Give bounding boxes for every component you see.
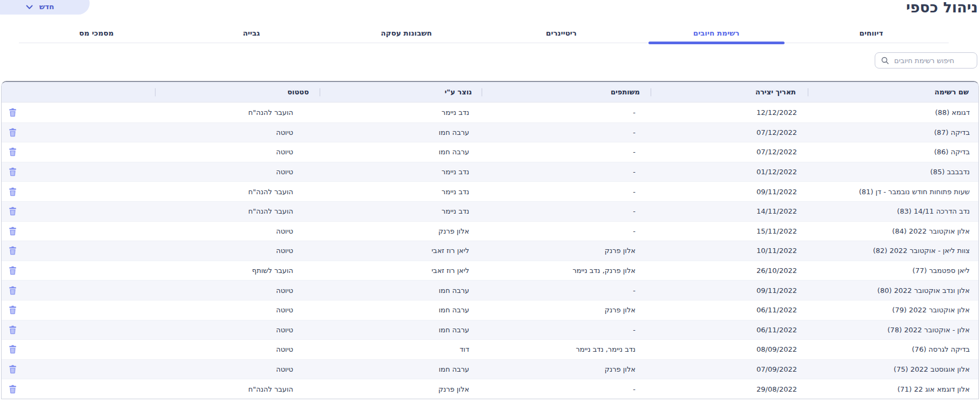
shared-cell: -: [482, 128, 651, 136]
list-name-cell[interactable]: אלון אוקטובר 2022 (84): [808, 227, 978, 235]
created-date-cell: 08/09/2022: [651, 345, 808, 353]
delete-button[interactable]: [6, 364, 19, 375]
delete-button[interactable]: [6, 265, 19, 276]
tab-bar: דיווחיםרשימת חיוביםריטיינריםחשבונות עסקה…: [19, 22, 949, 43]
tab-reports[interactable]: דיווחים: [794, 22, 949, 43]
table-row[interactable]: בדיקה (86) 07/12/2022 - ערבה חמו טיוטה: [2, 142, 978, 162]
list-name-cell[interactable]: שעות פתוחות חודש נובמבר - דן (81): [808, 188, 978, 196]
table-row[interactable]: צוות ליאן - אוקטובר 2022 (82) 10/11/2022…: [2, 241, 978, 261]
created-by-cell: ליאן רוז זאבי: [320, 247, 482, 255]
search-box[interactable]: [875, 52, 977, 69]
column-header-created-by: נוצר ע"י: [320, 82, 482, 102]
new-button[interactable]: חדש: [0, 0, 90, 15]
column-header-status: סטטוס: [155, 82, 320, 102]
created-date-cell: 14/11/2022: [651, 207, 808, 215]
shared-cell: -: [482, 168, 651, 176]
list-name-cell[interactable]: אלון ונדב אוקטובר 2022 (80): [808, 286, 978, 295]
created-by-cell: נדב ניימר: [320, 188, 482, 196]
created-by-cell: ערבה חמו: [320, 286, 482, 295]
delete-button[interactable]: [6, 146, 19, 158]
list-name-cell[interactable]: נדב הדרכה 14/11 (83): [808, 207, 978, 215]
status-badge: טיוטה: [155, 128, 320, 136]
tab-retainers[interactable]: ריטיינרים: [484, 22, 639, 43]
created-date-cell: 15/11/2022: [651, 227, 808, 235]
shared-cell: -: [482, 207, 651, 215]
table-row[interactable]: אלון אוקטובר 2022 (79) 06/11/2022 אלון פ…: [2, 300, 978, 320]
tab-tax-documents[interactable]: מסמכי מס: [19, 22, 174, 43]
table-row[interactable]: נדב הדרכה 14/11 (83) 14/11/2022 - נדב ני…: [2, 201, 978, 221]
tab-transaction-accounts[interactable]: חשבונות עסקה: [329, 22, 484, 43]
chevron-down-icon: [26, 5, 33, 10]
new-button-label: חדש: [39, 2, 54, 11]
delete-button[interactable]: [6, 344, 19, 355]
shared-cell: -: [482, 326, 651, 334]
status-badge: טיוטה: [155, 365, 320, 373]
shared-cell: נדב ניימר, נדב ניימר: [482, 345, 651, 353]
trash-icon: [9, 385, 17, 394]
table-row[interactable]: בדיקה לגרסה (76) 08/09/2022 נדב ניימר, נ…: [2, 339, 978, 359]
list-name-cell[interactable]: בדיקה (86): [808, 148, 978, 156]
list-name-cell[interactable]: בדיקה (87): [808, 128, 978, 136]
created-by-cell: ערבה חמו: [320, 128, 482, 136]
table-row[interactable]: אלון אוגוסטב 2022 (75) 07/09/2022 אלון פ…: [2, 359, 978, 379]
tab-collection[interactable]: גבייה: [174, 22, 329, 43]
table-row[interactable]: נדבבבב (85) 01/12/2022 - נדב ניימר טיוטה: [2, 162, 978, 182]
table-row[interactable]: אלון ונדב אוקטובר 2022 (80) 09/11/2022 -…: [2, 280, 978, 300]
delete-button[interactable]: [6, 127, 19, 138]
table-header-row: שם רשימה תאריך יצירה משותפים נוצר ע"י סט…: [2, 82, 978, 102]
billing-lists-table: שם רשימה תאריך יצירה משותפים נוצר ע"י סט…: [1, 81, 979, 399]
trash-icon: [9, 365, 17, 374]
delete-button[interactable]: [6, 186, 19, 197]
delete-button[interactable]: [6, 166, 19, 177]
table-row[interactable]: בדיקה (87) 07/12/2022 - ערבה חמו טיוטה: [2, 122, 978, 142]
created-date-cell: 29/08/2022: [651, 385, 808, 393]
financial-management-page: חדש ניהול כספי דיווחיםרשימת חיוביםריטיינ…: [0, 0, 980, 410]
list-name-cell[interactable]: נדבבבב (85): [808, 168, 978, 176]
created-by-cell: נדב ניימר: [320, 168, 482, 176]
table-row[interactable]: אלון - אוקטובר 2022 (78) 06/11/2022 - ער…: [2, 320, 978, 340]
delete-button[interactable]: [6, 226, 19, 237]
status-badge: טיוטה: [155, 148, 320, 156]
trash-icon: [9, 147, 17, 156]
delete-button[interactable]: [6, 384, 19, 395]
list-name-cell[interactable]: אלון אוגוסטב 2022 (75): [808, 365, 978, 373]
created-date-cell: 01/12/2022: [651, 168, 808, 176]
list-name-cell[interactable]: צוות ליאן - אוקטובר 2022 (82): [808, 247, 978, 255]
table-row[interactable]: אלון אוקטובר 2022 (84) 15/11/2022 - אלון…: [2, 221, 978, 241]
trash-icon: [9, 286, 17, 295]
list-name-cell[interactable]: ליאן ספטמבר (77): [808, 266, 978, 275]
table-row[interactable]: ליאן ספטמבר (77) 26/10/2022 אלון פרנק, נ…: [2, 261, 978, 281]
delete-button[interactable]: [6, 285, 19, 296]
delete-button[interactable]: [6, 324, 19, 336]
column-header-actions: [2, 82, 23, 102]
shared-cell: אלון פרנק: [482, 365, 651, 373]
delete-button[interactable]: [6, 107, 19, 118]
list-name-cell[interactable]: בדיקה לגרסה (76): [808, 345, 978, 353]
table-row[interactable]: דגומא (88) 12/12/2022 - נדב ניימר הועבר …: [2, 102, 978, 122]
shared-cell: -: [482, 227, 651, 235]
status-badge: טיוטה: [155, 168, 320, 176]
delete-button[interactable]: [6, 206, 19, 217]
delete-button[interactable]: [6, 245, 19, 256]
created-by-cell: נדב ניימר: [320, 207, 482, 215]
column-header-spacer: [23, 82, 155, 102]
column-header-created-date: תאריך יצירה: [651, 82, 808, 102]
status-badge: טיוטה: [155, 326, 320, 334]
list-name-cell[interactable]: דגומא (88): [808, 108, 978, 117]
created-by-cell: דוד: [320, 345, 482, 353]
search-input[interactable]: [894, 57, 980, 65]
list-name-cell[interactable]: אלון - אוקטובר 2022 (78): [808, 326, 978, 334]
tab-billing-lists[interactable]: רשימת חיובים: [639, 22, 794, 43]
shared-cell: -: [482, 108, 651, 117]
table-row[interactable]: שעות פתוחות חודש נובמבר - דן (81) 09/11/…: [2, 181, 978, 201]
trash-icon: [9, 108, 17, 117]
list-name-cell[interactable]: אלון דוגמא אוג 22 (71): [808, 385, 978, 393]
page-title: ניהול כספי: [906, 0, 978, 18]
table-row[interactable]: אלון דוגמא אוג 22 (71) 29/08/2022 - אלון…: [2, 379, 978, 399]
created-date-cell: 09/11/2022: [651, 188, 808, 196]
delete-button[interactable]: [6, 304, 19, 316]
shared-cell: -: [482, 148, 651, 156]
list-name-cell[interactable]: אלון אוקטובר 2022 (79): [808, 306, 978, 314]
trash-icon: [9, 266, 17, 275]
status-badge: טיוטה: [155, 227, 320, 235]
